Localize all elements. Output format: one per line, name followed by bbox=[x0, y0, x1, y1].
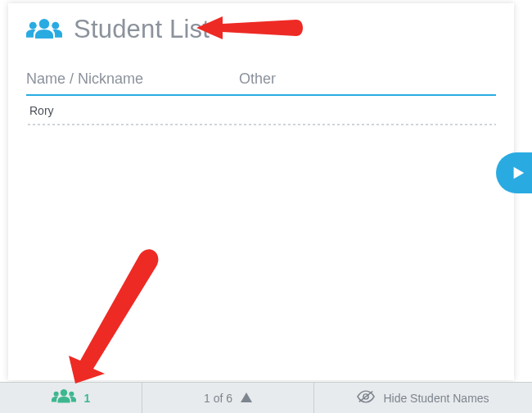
people-icon bbox=[26, 17, 62, 42]
table-body: Rory bbox=[26, 96, 496, 125]
svg-point-3 bbox=[60, 389, 66, 396]
svg-point-0 bbox=[39, 19, 49, 29]
pager: 1 of 6 bbox=[142, 383, 314, 413]
column-header-name[interactable]: Name / Nickname bbox=[26, 70, 239, 88]
svg-point-5 bbox=[69, 392, 74, 397]
column-header-other[interactable]: Other bbox=[239, 70, 496, 88]
svg-point-4 bbox=[53, 392, 58, 397]
student-count-button[interactable]: 1 bbox=[0, 383, 142, 413]
eye-off-icon bbox=[357, 389, 375, 406]
svg-point-2 bbox=[52, 22, 59, 30]
table-row[interactable]: Rory bbox=[26, 96, 496, 125]
pager-text: 1 of 6 bbox=[204, 392, 232, 405]
panel-title: Student List bbox=[74, 15, 210, 44]
app-stage: Student List Name / Nickname Other Rory bbox=[0, 0, 532, 413]
hide-names-label: Hide Student Names bbox=[383, 392, 489, 405]
triangle-up-icon bbox=[241, 392, 252, 405]
footer-bar: 1 1 of 6 Hide Student Names bbox=[0, 382, 532, 413]
svg-point-1 bbox=[29, 22, 37, 30]
pager-up-button[interactable] bbox=[241, 392, 252, 405]
cell-other bbox=[242, 104, 493, 117]
play-icon bbox=[506, 166, 525, 180]
student-count-value: 1 bbox=[84, 392, 91, 405]
hide-names-button[interactable]: Hide Student Names bbox=[314, 383, 532, 413]
cell-name: Rory bbox=[29, 104, 242, 117]
people-icon bbox=[52, 388, 76, 407]
next-button[interactable] bbox=[496, 152, 532, 193]
student-list-panel: Student List Name / Nickname Other Rory bbox=[8, 3, 514, 380]
panel-header: Student List bbox=[8, 3, 514, 52]
table-header-row: Name / Nickname Other bbox=[26, 70, 496, 96]
